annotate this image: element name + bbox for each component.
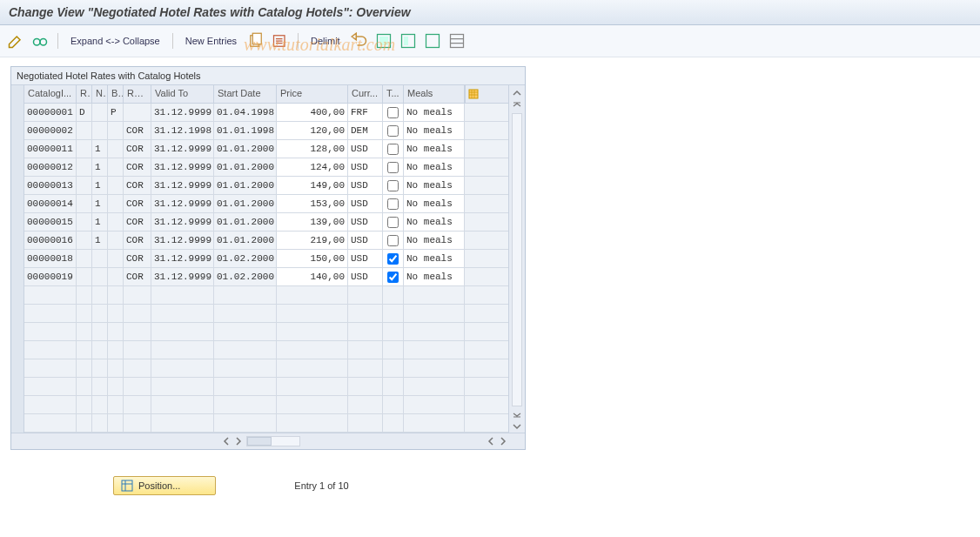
cell-curr[interactable]: USD <box>348 158 383 176</box>
cell-price[interactable] <box>277 286 348 304</box>
cell-price[interactable] <box>277 378 348 395</box>
position-button[interactable]: Position... <box>113 476 216 495</box>
cell-price[interactable]: 124,00 <box>277 158 348 176</box>
cell-t[interactable] <box>383 104 404 121</box>
hscroll-track[interactable] <box>246 436 300 446</box>
cell-price[interactable]: 150,00 <box>277 250 348 267</box>
cell-meals[interactable]: No meals <box>404 268 465 285</box>
delimit-button[interactable]: Delimit <box>307 36 344 46</box>
col-start[interactable]: Start Date <box>214 85 277 103</box>
new-entries-button[interactable]: New Entries <box>182 36 240 46</box>
select-all-icon[interactable] <box>375 32 393 50</box>
cell-curr[interactable]: USD <box>348 250 383 267</box>
table-row[interactable] <box>24 396 508 414</box>
table-row[interactable]: 00000001DP31.12.999901.04.1998400,00FRFN… <box>24 104 508 122</box>
table-row[interactable]: 000000151COR31.12.999901.01.2000139,00US… <box>24 213 508 232</box>
cell-t[interactable] <box>383 414 404 432</box>
checkbox-t[interactable] <box>387 253 399 265</box>
copy-icon[interactable] <box>247 32 265 50</box>
cell-price[interactable] <box>277 414 348 432</box>
cell-t[interactable] <box>383 396 404 413</box>
vertical-scrollbar[interactable] <box>508 85 525 433</box>
hscroll-left2-icon[interactable] <box>485 435 497 447</box>
cell-curr[interactable] <box>348 341 383 359</box>
cell-meals[interactable] <box>404 414 465 432</box>
table-row[interactable]: 000000131COR31.12.999901.01.2000149,00US… <box>24 177 508 195</box>
undo-icon[interactable] <box>351 32 368 50</box>
cell-price[interactable]: 140,00 <box>277 268 348 285</box>
cell-t[interactable] <box>383 232 404 249</box>
hscroll-right2-icon[interactable] <box>497 435 509 447</box>
col-b[interactable]: B... <box>108 85 124 103</box>
cell-t[interactable] <box>383 177 404 194</box>
col-catalog[interactable]: CatalogI... <box>24 85 77 103</box>
hscroll-left-icon[interactable] <box>220 435 232 447</box>
checkbox-t[interactable] <box>387 198 399 210</box>
select-block-icon[interactable] <box>399 32 417 50</box>
cell-price[interactable]: 139,00 <box>277 213 348 231</box>
cell-price[interactable] <box>277 359 348 377</box>
expand-collapse-button[interactable]: Expand <-> Collapse <box>67 36 164 46</box>
scroll-up-line-icon[interactable] <box>512 100 522 111</box>
cell-meals[interactable]: No meals <box>404 195 465 212</box>
table-row[interactable] <box>24 378 508 396</box>
checkbox-t[interactable] <box>387 107 399 118</box>
table-row[interactable] <box>24 414 508 433</box>
table-row[interactable]: 000000111COR31.12.999901.01.2000128,00US… <box>24 140 508 158</box>
cell-price[interactable]: 128,00 <box>277 140 348 158</box>
cell-meals[interactable]: No meals <box>404 213 465 231</box>
cell-meals[interactable] <box>404 323 465 340</box>
delete-icon[interactable] <box>272 32 289 50</box>
col-valid[interactable]: Valid To <box>151 85 214 103</box>
cell-price[interactable]: 219,00 <box>277 232 348 249</box>
change-icon[interactable] <box>7 32 24 50</box>
cell-curr[interactable]: USD <box>348 213 383 231</box>
checkbox-t[interactable] <box>387 235 399 246</box>
cell-meals[interactable] <box>404 396 465 413</box>
checkbox-t[interactable] <box>387 180 399 191</box>
cell-curr[interactable]: USD <box>348 232 383 249</box>
cell-curr[interactable] <box>348 323 383 340</box>
cell-t[interactable] <box>383 359 404 377</box>
table-row[interactable] <box>24 286 508 305</box>
checkbox-t[interactable] <box>387 125 399 137</box>
cell-t[interactable] <box>383 158 404 176</box>
cell-t[interactable] <box>383 140 404 158</box>
cell-curr[interactable]: USD <box>348 268 383 285</box>
cell-t[interactable] <box>383 341 404 359</box>
table-row[interactable] <box>24 341 508 359</box>
cell-t[interactable] <box>383 323 404 340</box>
checkbox-t[interactable] <box>387 162 399 173</box>
cell-t[interactable] <box>383 268 404 285</box>
cell-meals[interactable]: No meals <box>404 250 465 267</box>
table-row[interactable]: 00000019COR31.12.999901.02.2000140,00USD… <box>24 268 508 286</box>
cell-curr[interactable] <box>348 378 383 395</box>
cell-meals[interactable] <box>404 305 465 322</box>
cell-price[interactable]: 120,00 <box>277 122 348 139</box>
cell-meals[interactable]: No meals <box>404 122 465 139</box>
glasses-icon[interactable] <box>31 32 49 50</box>
table-config-icon[interactable] <box>465 85 481 103</box>
cell-curr[interactable] <box>348 305 383 322</box>
cell-price[interactable] <box>277 323 348 340</box>
col-meals[interactable]: Meals <box>404 85 465 103</box>
horizontal-scrollbar[interactable] <box>11 433 525 449</box>
cell-curr[interactable]: USD <box>348 140 383 158</box>
cell-t[interactable] <box>383 250 404 267</box>
deselect-all-icon[interactable] <box>424 32 441 50</box>
cell-curr[interactable]: USD <box>348 177 383 194</box>
col-n[interactable]: N... <box>92 85 108 103</box>
cell-curr[interactable] <box>348 286 383 304</box>
cell-t[interactable] <box>383 305 404 322</box>
table-row[interactable] <box>24 323 508 341</box>
col-t[interactable]: T... <box>383 85 404 103</box>
cell-price[interactable]: 149,00 <box>277 177 348 194</box>
col-rate[interactable]: Rate <box>124 85 151 103</box>
cell-t[interactable] <box>383 122 404 139</box>
cell-price[interactable]: 400,00 <box>277 104 348 121</box>
col-curr[interactable]: Curr... <box>348 85 383 103</box>
cell-price[interactable]: 153,00 <box>277 195 348 212</box>
table-row[interactable]: 00000018COR31.12.999901.02.2000150,00USD… <box>24 250 508 268</box>
cell-curr[interactable]: USD <box>348 195 383 212</box>
cell-meals[interactable]: No meals <box>404 104 465 121</box>
